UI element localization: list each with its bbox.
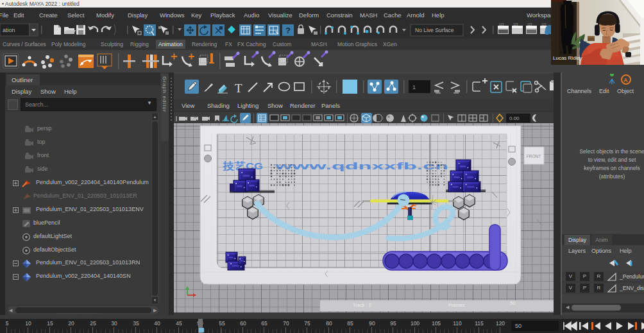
svg-text:ation: ation bbox=[3, 27, 15, 33]
svg-text:123: 123 bbox=[527, 23, 532, 26]
svg-text:0.00: 0.00 bbox=[509, 115, 520, 121]
svg-text:Frames: Frames bbox=[448, 302, 465, 308]
svg-text:www.qdnxxfb.cn: www.qdnxxfb.cn bbox=[274, 161, 448, 171]
svg-text:1: 1 bbox=[412, 84, 416, 90]
svg-text:?: ? bbox=[285, 26, 291, 35]
svg-text:FRONT: FRONT bbox=[527, 154, 541, 158]
svg-text:T: T bbox=[235, 81, 242, 95]
svg-text:A: A bbox=[623, 77, 628, 83]
svg-text:123: 123 bbox=[541, 23, 547, 26]
svg-text:123: 123 bbox=[499, 23, 504, 26]
svg-text:Track : 2: Track : 2 bbox=[353, 302, 371, 308]
svg-text:No Live Surface: No Live Surface bbox=[415, 27, 454, 33]
svg-text:50: 50 bbox=[510, 300, 515, 306]
svg-text:Lucas Ridley: Lucas Ridley bbox=[553, 55, 582, 61]
svg-text:123: 123 bbox=[513, 23, 518, 26]
